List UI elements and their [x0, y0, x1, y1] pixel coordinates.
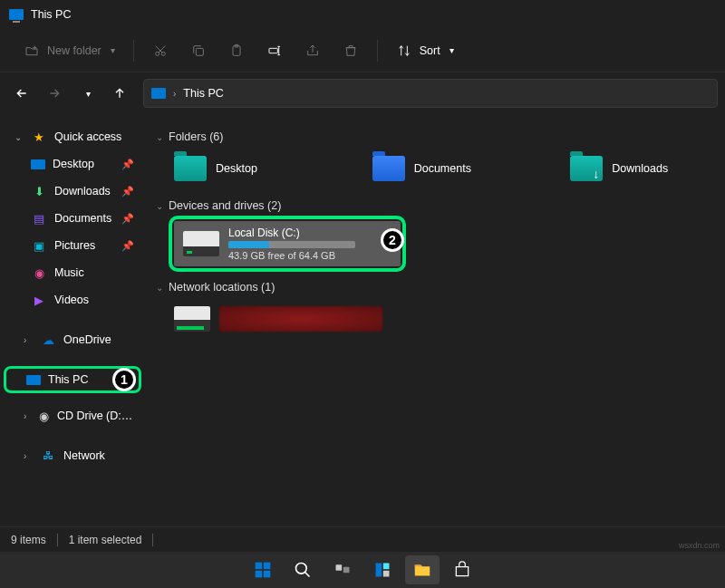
- forward-button[interactable]: [40, 79, 69, 108]
- toolbar-separator: [377, 40, 378, 62]
- file-explorer-button[interactable]: [405, 555, 440, 584]
- sidebar-label: Pictures: [54, 239, 95, 252]
- svg-rect-9: [264, 571, 271, 578]
- up-button[interactable]: [105, 79, 134, 108]
- status-separator: [57, 534, 58, 546]
- sidebar-item-desktop[interactable]: Desktop 📌: [4, 150, 141, 178]
- sidebar-item-documents[interactable]: ▤ Documents 📌: [4, 205, 141, 232]
- this-pc-icon: [9, 9, 24, 20]
- sidebar-cd-drive[interactable]: › ◉ CD Drive (D:) Virtual: [4, 402, 141, 429]
- network-icon: 🖧: [40, 448, 56, 464]
- svg-rect-14: [383, 564, 390, 570]
- new-folder-button[interactable]: New folder ▾: [14, 37, 124, 64]
- drive-local-disk-c[interactable]: Local Disk (C:) 43.9 GB free of 64.4 GB: [174, 221, 401, 266]
- pin-icon: 📌: [121, 213, 134, 225]
- group-header-network[interactable]: ⌄ Network locations (1): [156, 277, 714, 297]
- group-title: Folders (6): [169, 130, 223, 143]
- chevron-down-icon: ⌄: [156, 201, 163, 211]
- status-item-count: 9 items: [11, 534, 46, 546]
- chevron-down-icon: ⌄: [156, 283, 163, 293]
- group-title: Network locations (1): [169, 281, 275, 294]
- pin-icon: 📌: [121, 186, 134, 198]
- sidebar-item-downloads[interactable]: ⬇ Downloads 📌: [4, 178, 141, 205]
- pictures-icon: ▣: [31, 237, 47, 254]
- drive-usage-bar: [228, 241, 355, 248]
- network-drive-icon: [174, 306, 210, 332]
- folder-icon: [372, 156, 405, 181]
- folders-row: Desktop Documents Downloads: [156, 147, 714, 190]
- toolbar: New folder ▾ Sort ▾: [0, 29, 725, 72]
- svg-point-10: [296, 564, 307, 574]
- sort-button[interactable]: Sort ▾: [387, 37, 463, 64]
- document-icon: ▤: [31, 210, 47, 227]
- callout-1: 1: [112, 368, 136, 391]
- rename-button[interactable]: [257, 37, 292, 64]
- drive-highlight: Local Disk (C:) 43.9 GB free of 64.4 GB …: [169, 216, 406, 272]
- search-button[interactable]: [285, 555, 320, 584]
- breadcrumb-segment[interactable]: This PC: [183, 87, 223, 100]
- this-pc-icon: [26, 375, 41, 385]
- callout-2: 2: [381, 228, 404, 252]
- task-view-button[interactable]: [325, 555, 360, 584]
- new-folder-label: New folder: [47, 44, 102, 57]
- sidebar-label: This PC: [48, 373, 88, 386]
- folder-label: Downloads: [612, 162, 668, 175]
- paste-button[interactable]: [219, 37, 254, 64]
- sort-icon: [396, 43, 412, 59]
- main-area: ⌄ ★ Quick access Desktop 📌 ⬇ Downloads 📌…: [0, 114, 725, 526]
- group-title: Devices and drives (2): [169, 199, 281, 212]
- folder-desktop[interactable]: Desktop: [174, 156, 318, 181]
- paste-icon: [228, 43, 245, 59]
- sort-label: Sort: [420, 44, 440, 57]
- address-bar[interactable]: › This PC: [143, 79, 718, 108]
- new-folder-icon: [24, 43, 40, 59]
- folder-icon: [570, 156, 603, 181]
- recent-locations-button[interactable]: ▾: [72, 79, 102, 108]
- network-location-item[interactable]: [174, 306, 714, 332]
- share-icon: [304, 43, 321, 59]
- sidebar-item-videos[interactable]: ▶ Videos: [4, 286, 141, 313]
- chevron-down-icon: ⌄: [156, 132, 163, 142]
- share-button[interactable]: [295, 37, 330, 64]
- sidebar-onedrive[interactable]: › ☁ OneDrive: [4, 326, 141, 353]
- back-button[interactable]: [7, 79, 36, 108]
- sidebar-network[interactable]: › 🖧 Network: [4, 442, 141, 469]
- chevron-down-icon: ▾: [86, 89, 91, 99]
- start-button[interactable]: [246, 555, 280, 584]
- sidebar-item-pictures[interactable]: ▣ Pictures 📌: [4, 232, 141, 259]
- delete-icon: [343, 43, 359, 59]
- sidebar-quick-access[interactable]: ⌄ ★ Quick access: [4, 123, 141, 150]
- svg-rect-2: [196, 48, 203, 55]
- chevron-down-icon: ⌄: [14, 132, 24, 142]
- store-button[interactable]: [445, 555, 479, 584]
- copy-button[interactable]: [181, 37, 216, 64]
- videos-icon: ▶: [31, 292, 47, 308]
- cloud-icon: ☁: [40, 332, 56, 348]
- svg-rect-11: [336, 564, 343, 571]
- sidebar-label: Music: [54, 266, 84, 279]
- folder-documents[interactable]: Documents: [372, 156, 517, 181]
- folder-downloads[interactable]: Downloads: [570, 156, 714, 181]
- desktop-icon: [31, 159, 45, 169]
- redacted-label: [219, 306, 382, 332]
- delete-button[interactable]: [334, 37, 368, 64]
- window-title: This PC: [31, 8, 71, 21]
- status-selected-count: 1 item selected: [69, 534, 142, 546]
- widgets-button[interactable]: [365, 555, 400, 584]
- svg-rect-13: [376, 564, 382, 577]
- sidebar-item-music[interactable]: ◉ Music: [4, 259, 141, 286]
- cut-button[interactable]: [143, 37, 178, 64]
- drive-name: Local Disk (C:): [228, 227, 355, 239]
- svg-rect-8: [256, 571, 263, 578]
- svg-rect-7: [264, 563, 271, 570]
- group-header-drives[interactable]: ⌄ Devices and drives (2): [156, 196, 714, 216]
- disc-icon: ◉: [37, 408, 49, 424]
- chevron-right-icon: ›: [24, 451, 33, 461]
- copy-icon: [190, 43, 207, 59]
- drive-icon: [183, 231, 219, 256]
- folder-label: Documents: [414, 162, 471, 175]
- taskbar: [0, 552, 725, 588]
- sidebar-label: Network: [63, 449, 105, 462]
- sidebar-label: CD Drive (D:) Virtual: [57, 410, 134, 422]
- group-header-folders[interactable]: ⌄ Folders (6): [156, 127, 714, 147]
